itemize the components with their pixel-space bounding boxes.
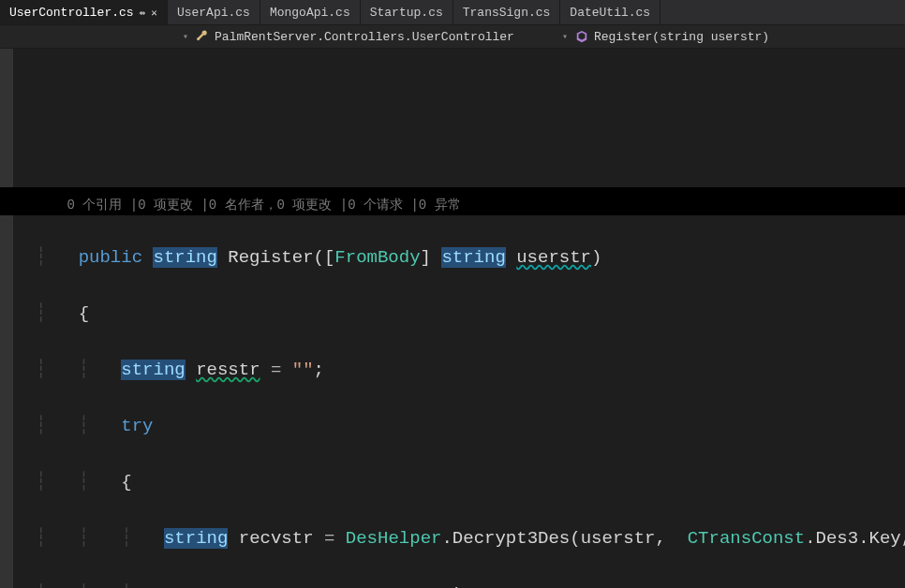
nav-member-dropdown[interactable]: Register(string userstr): [575, 30, 777, 44]
nav-class-dropdown[interactable]: PalmRentServer.Controllers.UserControlle…: [196, 30, 575, 44]
code-line: ┆ ┆ ┆ CTransConst.Des3.Vector);: [36, 581, 905, 588]
chevron-down-icon[interactable]: ▾: [183, 31, 188, 42]
tab-label: MongoApi.cs: [270, 6, 350, 20]
codelens-text[interactable]: 0 个引用 |0 项更改 |0 名作者，0 项更改 |0 个请求 |0 异常: [36, 195, 905, 215]
code-line: ┆ ┆ try: [36, 412, 905, 440]
tab-label: UserApi.cs: [177, 6, 250, 20]
wrench-icon: [196, 30, 209, 43]
tab-label: DateUtil.cs: [570, 6, 650, 20]
navigation-bar: ▾ PalmRentServer.Controllers.UserControl…: [0, 25, 905, 49]
tab-dateutil[interactable]: DateUtil.cs: [560, 0, 660, 24]
chevron-down-icon: ▾: [562, 31, 568, 42]
code-line: ┆ ┆ string resstr = "";: [36, 356, 905, 384]
pin-icon[interactable]: ⇴: [140, 7, 146, 19]
code-line: ┆ ┆ ┆ string recvstr = DesHelper.Decrypt…: [36, 524, 905, 552]
code-editor[interactable]: 0 个引用 |0 项更改 |0 名作者，0 项更改 |0 个请求 |0 异常 ┆…: [0, 49, 905, 588]
code-line: ┆ ┆ {: [36, 468, 905, 496]
tab-usercontroller[interactable]: UserController.cs ⇴ ✕: [0, 0, 168, 24]
tab-label: Startup.cs: [370, 6, 443, 20]
nav-member-label: Register(string userstr): [594, 30, 769, 44]
tab-startup[interactable]: Startup.cs: [361, 0, 453, 24]
tab-bar: UserController.cs ⇴ ✕ UserApi.cs MongoAp…: [0, 0, 905, 25]
tab-label: UserController.cs: [9, 6, 134, 20]
tab-label: TransSign.cs: [463, 6, 551, 20]
code-line: ┆ {: [36, 300, 905, 328]
code-line: ┆ public string Register([FromBody] stri…: [36, 243, 905, 272]
cube-icon: [575, 30, 588, 43]
nav-class-label: PalmRentServer.Controllers.UserControlle…: [215, 30, 514, 44]
tab-transsign[interactable]: TransSign.cs: [453, 0, 561, 24]
editor-gutter: [0, 49, 13, 588]
tab-mongoapi[interactable]: MongoApi.cs: [260, 0, 361, 24]
tab-userapi[interactable]: UserApi.cs: [168, 0, 260, 24]
close-icon[interactable]: ✕: [151, 7, 157, 19]
